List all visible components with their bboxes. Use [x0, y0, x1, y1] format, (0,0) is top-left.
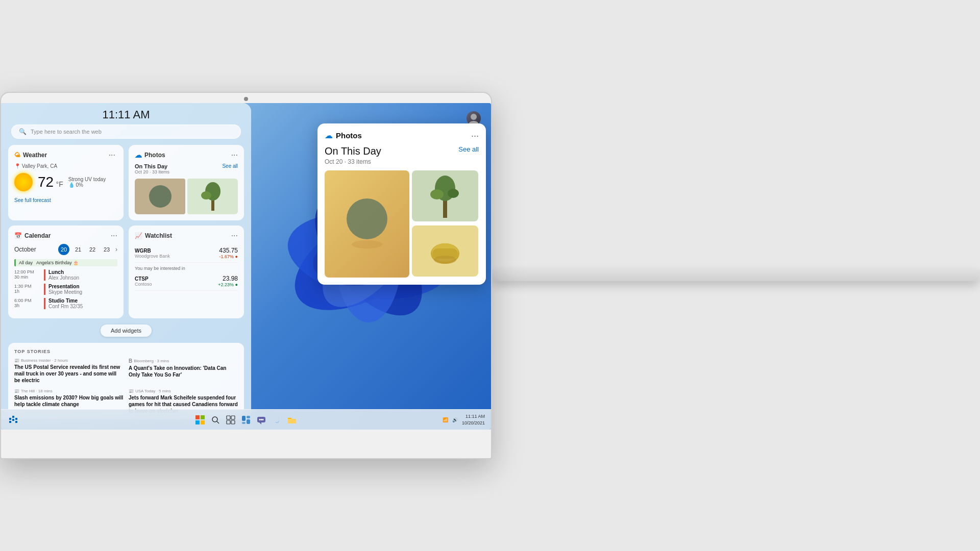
- svg-point-11: [201, 191, 211, 199]
- event-time-lunch: 12:00 PM30 min: [14, 269, 40, 281]
- stock-change-wgrb: -1.67% ●: [219, 254, 238, 259]
- svg-point-12: [347, 198, 387, 239]
- svg-rect-41: [242, 422, 246, 424]
- taskbar-volume-icon: 🔊: [452, 417, 458, 422]
- svg-point-45: [261, 419, 262, 420]
- event-location-presentation: Skype Meeting: [48, 289, 82, 295]
- weather-widget: 🌤 Weather ··· 📍 Valley Park, CA 72: [8, 145, 124, 220]
- laptop-shell: 11:11 AM 🔍 Type here to search the web 🌤…: [0, 92, 492, 459]
- svg-point-44: [259, 419, 261, 420]
- calendar-day-23: 23: [101, 244, 112, 255]
- photos-expanded-card: ☁ Photos ··· On This Day Oct 20 · 33 ite…: [317, 123, 486, 285]
- news-item-2: B Bloomberg · 3 mins A Quant's Take on I…: [129, 358, 238, 384]
- photos-card-see-all[interactable]: See all: [458, 145, 479, 153]
- search-icon: 🔍: [19, 128, 27, 135]
- news-item-1: 📰 Business Insider · 2 hours The US Post…: [14, 358, 124, 384]
- calendar-event-lunch: 12:00 PM30 min Lunch Alex Johnson: [14, 269, 117, 281]
- weather-description: Strong UV today: [68, 177, 106, 182]
- stock-ticker-ctsp: CTSP: [135, 276, 152, 282]
- photos-card-image-grid: [325, 170, 479, 278]
- svg-rect-29: [201, 415, 205, 419]
- svg-rect-35: [231, 416, 235, 419]
- photos-see-all-link[interactable]: See all: [222, 163, 238, 169]
- svg-point-13: [352, 240, 382, 248]
- calendar-menu-button[interactable]: ···: [111, 232, 117, 240]
- photos-cloud-icon: ☁: [325, 131, 333, 140]
- search-bar[interactable]: 🔍 Type here to search the web: [11, 124, 241, 139]
- watchlist-menu-button[interactable]: ···: [231, 232, 238, 240]
- svg-point-17: [448, 189, 459, 198]
- sun-icon: [14, 173, 33, 191]
- taskbar-date: 10/20/2021: [462, 420, 485, 427]
- taskbar-time: 11:11 AM: [462, 413, 485, 420]
- weather-forecast-link[interactable]: See full forecast: [14, 197, 117, 203]
- taskbar-edge-button[interactable]: [271, 414, 283, 426]
- news-headline-2[interactable]: A Quant's Take on Innovation: 'Data Can …: [129, 365, 238, 378]
- calendar-more-icon[interactable]: ›: [115, 246, 117, 253]
- news-icon-3: 📰: [14, 389, 19, 393]
- photo-thumbnail-2: [187, 179, 238, 214]
- calendar-day-today: 20: [58, 244, 69, 255]
- taskbar-explorer-button[interactable]: [286, 414, 298, 426]
- photos-card-info-row: On This Day Oct 20 · 33 items See all: [325, 145, 479, 165]
- photos-card-menu-button[interactable]: ···: [471, 131, 479, 140]
- photos-card-day-label: On This Day: [325, 145, 381, 157]
- calendar-day-21: 21: [72, 244, 84, 255]
- svg-rect-37: [231, 420, 235, 424]
- taskbar-search-button[interactable]: [209, 414, 222, 426]
- svg-rect-26: [15, 418, 17, 420]
- event-title-studio: Studio Time: [48, 298, 83, 304]
- svg-rect-36: [227, 420, 230, 424]
- stock-row-wgrb: WGRB Woodgrove Bank 435.75 -1.67% ●: [135, 244, 238, 263]
- news-section: TOP STORIES 📰 Business Insider · 2 hours…: [8, 343, 244, 419]
- news-headline-3[interactable]: Slash emissions by 2030? How big goals w…: [14, 394, 124, 408]
- weather-rain: 💧 0%: [68, 182, 106, 188]
- taskbar-chat-button[interactable]: [255, 414, 267, 426]
- news-section-label: TOP STORIES: [14, 349, 238, 354]
- laptop-camera: [244, 97, 248, 101]
- photos-on-this-day: On This Day: [135, 163, 169, 169]
- calendar-month-row: October 20 21 22 23 ›: [14, 244, 117, 255]
- photos-card-large-image: [325, 170, 409, 278]
- search-placeholder: Type here to search the web: [31, 129, 102, 135]
- news-headline-1[interactable]: The US Postal Service revealed its first…: [14, 364, 124, 384]
- svg-rect-30: [195, 420, 200, 424]
- add-widgets-button[interactable]: Add widgets: [101, 324, 152, 337]
- start-button[interactable]: [194, 414, 206, 426]
- photos-card-small-image-1: [412, 170, 478, 221]
- event-time-studio: 6:00 PM3h: [14, 298, 40, 309]
- laptop-screen: 11:11 AM 🔍 Type here to search the web 🌤…: [1, 103, 491, 430]
- taskbar-left-icons: [7, 414, 19, 426]
- news-source-4: 📰 USA Today · 5 mins: [129, 389, 238, 393]
- stock-price-ctsp: 23.98: [218, 275, 238, 282]
- weather-main: 72 °F Strong UV today 💧 0%: [14, 173, 117, 191]
- event-title-lunch: Lunch: [48, 269, 79, 275]
- calendar-allday-event: All day Angela's Birthday 🎂: [14, 259, 117, 266]
- stock-ticker-wgrb: WGRB: [135, 248, 170, 254]
- taskbar: 📶 🔊 11:11 AM 10/20/2021: [1, 409, 491, 430]
- desktop-background: 11:11 AM 🔍 Type here to search the web 🌤…: [1, 103, 491, 430]
- svg-rect-39: [247, 416, 250, 418]
- taskbar-notification-icon[interactable]: [7, 414, 19, 426]
- sphere-decoration: [149, 185, 172, 208]
- stock-price-wgrb: 435.75: [219, 247, 238, 254]
- weather-menu-button[interactable]: ···: [107, 151, 117, 159]
- svg-rect-40: [247, 419, 250, 424]
- svg-point-32: [212, 417, 217, 422]
- photos-widget: ☁ Photos ··· On This Day Oct 20 · 33 ite…: [129, 145, 244, 220]
- photo-art-sphere: [135, 179, 185, 214]
- svg-rect-24: [9, 421, 11, 423]
- widgets-grid: 🌤 Weather ··· 📍 Valley Park, CA 72: [1, 145, 251, 318]
- news-icon-1: 📰: [14, 358, 19, 363]
- photos-menu-button[interactable]: ···: [231, 151, 238, 159]
- weather-widget-title: 🌤 Weather: [14, 152, 47, 159]
- widgets-panel: 11:11 AM 🔍 Type here to search the web 🌤…: [1, 103, 251, 419]
- svg-rect-23: [12, 416, 14, 418]
- laptop-base: [492, 270, 980, 281]
- calendar-month: October: [14, 246, 36, 253]
- taskbar-widgets-button[interactable]: [240, 414, 252, 426]
- svg-rect-25: [12, 419, 14, 421]
- svg-rect-34: [227, 416, 230, 419]
- taskbar-task-view-button[interactable]: [225, 414, 237, 426]
- svg-rect-22: [9, 418, 11, 420]
